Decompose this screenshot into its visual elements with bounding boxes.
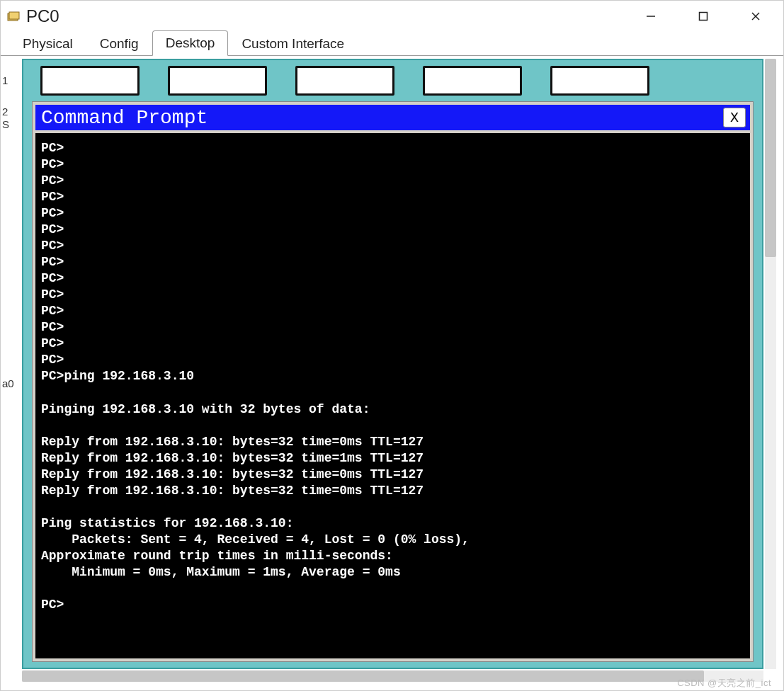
tab-desktop[interactable]: Desktop [152,30,229,56]
horizontal-scrollbar[interactable] [22,670,763,682]
command-prompt-title: Command Prompt [40,107,723,129]
minimize-button[interactable] [635,5,667,28]
scrollbar-thumb[interactable] [22,670,704,682]
desktop-app-icon[interactable] [550,66,649,96]
maximize-button[interactable] [687,5,720,28]
tab-config[interactable]: Config [86,31,152,56]
vertical-scrollbar[interactable] [765,59,776,669]
tabbar: Physical Config Desktop Custom Interface [1,32,783,56]
desktop-icon-row [23,60,762,101]
close-button[interactable] [739,5,772,28]
titlebar: PC0 [1,1,783,32]
desktop-app-icon[interactable] [423,66,522,96]
command-prompt-output: PC> PC> PC> PC> PC> PC> PC> PC> PC> PC> … [41,140,744,613]
tab-physical[interactable]: Physical [9,31,86,56]
bg-label: 1 [2,74,8,87]
svg-rect-1 [9,12,19,19]
scrollbar-thumb[interactable] [765,59,776,257]
bg-label: a0 [2,377,14,390]
app-icon [6,9,21,23]
desktop-app-icon[interactable] [168,66,267,96]
content-area: 1 2 S a0 Command Prompt X PC> PC> PC> PC… [1,56,783,690]
window-title: PC0 [26,6,635,26]
svg-rect-3 [700,13,708,21]
watermark: CSDN @天亮之前_ict [677,677,771,690]
bg-label: 2 [2,105,8,118]
window-controls [635,5,772,28]
background-fragment: 1 2 S a0 [1,59,22,669]
tab-custom-interface[interactable]: Custom Interface [228,31,358,56]
app-window: PC0 Physical Config Desktop Custom Inter… [0,0,784,691]
desktop-panel: Command Prompt X PC> PC> PC> PC> PC> PC>… [22,59,763,669]
desktop-app-icon[interactable] [40,66,140,96]
command-prompt-close-button[interactable]: X [723,108,746,127]
bg-label: S [2,118,9,131]
command-prompt-titlebar: Command Prompt X [35,105,750,130]
command-prompt-window: Command Prompt X PC> PC> PC> PC> PC> PC>… [32,101,754,662]
command-prompt-body[interactable]: PC> PC> PC> PC> PC> PC> PC> PC> PC> PC> … [35,133,750,658]
desktop-app-icon[interactable] [295,66,394,96]
